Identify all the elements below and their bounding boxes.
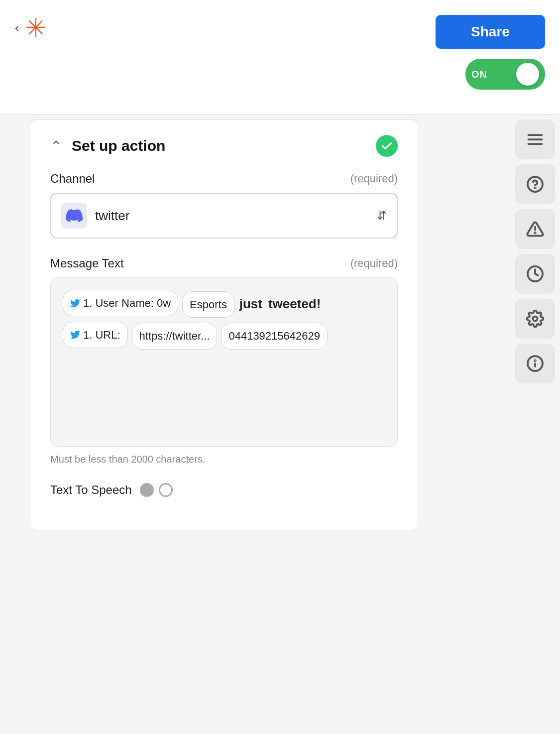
gear-button[interactable] xyxy=(515,299,555,339)
discord-icon xyxy=(61,203,87,229)
radio-option-1[interactable] xyxy=(140,483,154,497)
channel-required: (required) xyxy=(350,172,398,185)
channel-select[interactable]: twitter ⇵ xyxy=(50,193,398,239)
radio-option-2[interactable] xyxy=(159,483,173,497)
svg-point-11 xyxy=(535,360,536,361)
header-right: Share ON xyxy=(436,10,545,90)
action-header-left: ⌃ Set up action xyxy=(50,137,165,154)
channel-select-left: twitter xyxy=(61,203,129,229)
main-content: ⌃ Set up action Channel (required) xyxy=(0,115,560,535)
toggle-knob xyxy=(516,63,539,86)
back-button[interactable]: ‹ xyxy=(15,21,19,35)
radio-group xyxy=(140,483,173,497)
action-panel: ⌃ Set up action Channel (required) xyxy=(30,120,418,530)
header: ‹ ✳ Share ON xyxy=(0,0,560,115)
warning-button[interactable] xyxy=(515,209,555,249)
tts-field-group: Text To Speech xyxy=(50,483,398,497)
help-button[interactable] xyxy=(515,164,555,204)
toggle-switch[interactable]: ON xyxy=(465,59,545,90)
message-field-group: Message Text (required) 1. User Name: 0w… xyxy=(50,256,398,465)
info-button[interactable] xyxy=(515,344,555,383)
chip-url[interactable]: 1. URL: xyxy=(63,322,128,348)
message-label-row: Message Text (required) xyxy=(50,256,398,270)
check-icon xyxy=(376,135,398,157)
share-button[interactable]: Share xyxy=(436,15,545,49)
toggle-label: ON xyxy=(471,69,487,80)
message-hint: Must be less than 2000 characters. xyxy=(50,454,398,465)
channel-label-row: Channel (required) xyxy=(50,172,398,186)
chip-esports[interactable]: Esports xyxy=(182,291,234,318)
text-just: just xyxy=(239,294,262,315)
menu-button[interactable] xyxy=(515,120,555,159)
chip-id[interactable]: 044139215642629 xyxy=(221,323,328,349)
svg-point-6 xyxy=(535,233,536,234)
chip-url-value[interactable]: https://twitter... xyxy=(132,323,218,349)
channel-label: Channel xyxy=(50,172,95,186)
action-title: Set up action xyxy=(72,137,165,154)
tts-row: Text To Speech xyxy=(50,483,398,497)
chip-url-value-text: https://twitter... xyxy=(139,327,210,345)
svg-point-4 xyxy=(535,188,536,189)
sort-icon: ⇵ xyxy=(377,209,387,223)
asterisk-icon: ✳ xyxy=(25,15,47,41)
chip-username-text: 1. User Name: 0w xyxy=(83,294,171,312)
collapse-button[interactable]: ⌃ xyxy=(50,138,62,154)
message-textarea[interactable]: 1. User Name: 0w Esports just tweeted! 1… xyxy=(50,277,398,447)
chip-url-text: 1. URL: xyxy=(83,326,120,344)
message-required: (required) xyxy=(350,257,398,270)
action-header: ⌃ Set up action xyxy=(50,135,398,157)
chip-id-text: 044139215642629 xyxy=(228,327,320,345)
message-chips: 1. User Name: 0w Esports just tweeted! 1… xyxy=(61,288,387,352)
text-tweeted: tweeted! xyxy=(268,294,321,315)
chip-esports-text: Esports xyxy=(190,296,227,313)
svg-point-8 xyxy=(533,317,538,321)
message-label: Message Text xyxy=(50,256,124,270)
chip-username[interactable]: 1. User Name: 0w xyxy=(63,290,178,316)
clock-button[interactable] xyxy=(515,254,555,294)
channel-name: twitter xyxy=(95,208,129,224)
sidebar xyxy=(510,115,560,388)
header-left: ‹ ✳ xyxy=(15,10,47,41)
tts-label: Text To Speech xyxy=(50,483,132,497)
channel-field-group: Channel (required) twitter ⇵ xyxy=(50,172,398,239)
